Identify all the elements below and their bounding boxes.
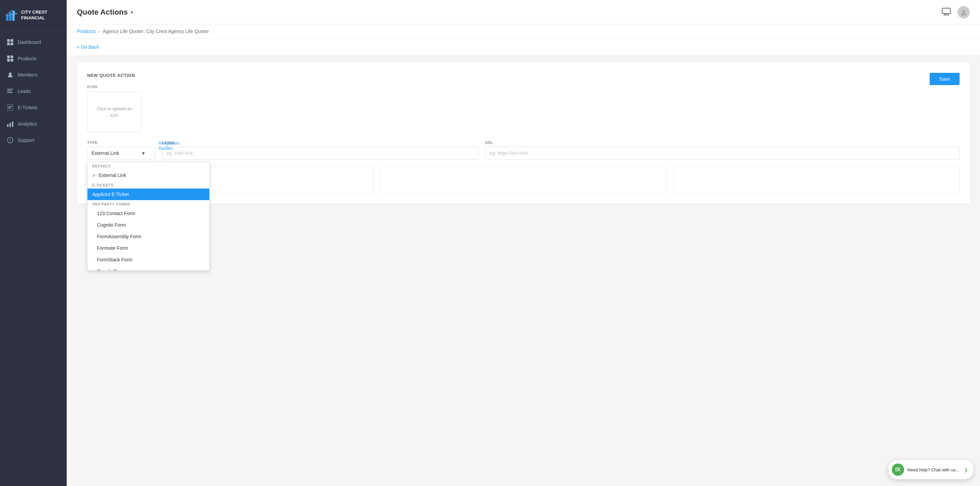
sidebar-item-analytics[interactable]: Analytics (0, 116, 67, 132)
header-right (942, 6, 970, 18)
header: Quote Actions ▾ (67, 0, 980, 24)
svg-rect-13 (7, 89, 13, 89)
products-icon (7, 55, 14, 62)
main-area: Quote Actions ▾ Products › (67, 0, 980, 486)
analytics-icon (7, 121, 14, 127)
header-left: Quote Actions ▾ (77, 8, 133, 17)
dropdown-item-formassembly[interactable]: FormAssembly Form (88, 231, 209, 242)
go-back-link[interactable]: « Go Back (77, 44, 99, 50)
svg-rect-1 (9, 13, 11, 21)
svg-rect-15 (7, 92, 13, 93)
logo-icon (5, 9, 18, 21)
label-field-label: LABEL (162, 140, 479, 145)
integration-guides-link[interactable]: Integration Guides (159, 140, 179, 151)
breadcrumb-current-page: Agency Life Quoter: City Crest Agency Li… (103, 29, 209, 34)
breadcrumb: Products › Agency Life Quoter: City Cres… (67, 24, 980, 38)
url-input[interactable] (485, 147, 959, 159)
type-select[interactable]: External Link ▾ (87, 147, 155, 159)
title-dropdown-icon[interactable]: ▾ (130, 10, 133, 15)
sidebar-item-members[interactable]: Members (0, 67, 67, 83)
check-mark-icon: ✓ (92, 173, 96, 178)
label-input[interactable] (162, 147, 479, 159)
sidebar-item-label: Products (18, 56, 37, 61)
svg-rect-22 (12, 121, 13, 127)
svg-rect-21 (10, 123, 11, 127)
svg-point-29 (962, 10, 965, 13)
content-area: « Go Back NEW QUOTE ACTION Save ICON Cli… (67, 38, 980, 486)
svg-rect-17 (8, 106, 12, 107)
monitor-icon[interactable] (942, 8, 951, 17)
svg-rect-11 (11, 59, 13, 62)
icon-field: ICON Click to upload an icon (87, 85, 959, 132)
sidebar-item-label: Analytics (18, 121, 37, 127)
url-label: URL (485, 140, 959, 145)
svg-rect-0 (6, 15, 8, 21)
dropdown-item-external-link[interactable]: ✓ External Link (88, 169, 209, 181)
sidebar-item-products[interactable]: Products (0, 50, 67, 67)
svg-rect-20 (7, 124, 8, 127)
chat-label: Need help? Chat with us... (907, 467, 959, 472)
svg-rect-8 (7, 56, 10, 58)
chat-chevron-icon: ❯ (964, 467, 968, 472)
logo: CITY CREST FINANCIAL (0, 0, 67, 30)
svg-point-12 (9, 72, 11, 75)
sidebar-item-label: Leads (18, 89, 30, 94)
new-quote-action-card: NEW QUOTE ACTION Save ICON Click to uplo… (77, 63, 970, 204)
etickets-icon (7, 104, 14, 111)
sidebar-item-label: Support (18, 137, 34, 143)
sidebar-item-label: Dashboard (18, 40, 41, 45)
sidebar-item-dashboard[interactable]: Dashboard (0, 34, 67, 50)
dropdown-item-formstack[interactable]: FormStack Form (88, 254, 209, 266)
go-back-bar: « Go Back (67, 38, 980, 56)
select-chevron-icon: ▾ (142, 150, 145, 156)
svg-rect-25 (942, 8, 950, 14)
dropdown-item-123contact[interactable]: 123 Contact Form (88, 207, 209, 219)
dashboard-icon (7, 39, 14, 46)
svg-rect-14 (7, 91, 12, 91)
label-field: LABEL (162, 140, 479, 159)
chat-widget[interactable]: IX Need help? Chat with us... ❯ (888, 460, 973, 479)
dropdown-item-cognito[interactable]: Cognito Form (88, 219, 209, 231)
svg-rect-6 (7, 43, 10, 45)
dropdown-group-default: Default (88, 162, 209, 169)
svg-rect-19 (8, 108, 11, 109)
mini-card-2 (380, 166, 666, 194)
svg-rect-4 (7, 39, 10, 42)
icon-label: ICON (87, 85, 959, 89)
type-select-wrapper: External Link ▾ Default ✓ External Link (87, 147, 155, 159)
icon-upload-area[interactable]: Click to upload an icon (87, 92, 142, 132)
selected-value: External Link (92, 150, 119, 156)
sidebar-item-label: E-Tickets (18, 105, 37, 110)
form-title: NEW QUOTE ACTION (87, 73, 959, 78)
sidebar-item-leads[interactable]: Leads (0, 83, 67, 99)
dropdown-item-applicint[interactable]: Applicint E-Ticket (88, 188, 209, 200)
bottom-cards-row (87, 166, 959, 194)
dropdown-item-formsite[interactable]: Formsite Form (88, 242, 209, 254)
breadcrumb-separator: › (98, 29, 100, 34)
svg-rect-18 (8, 107, 11, 108)
svg-rect-5 (11, 39, 13, 42)
user-avatar[interactable] (958, 6, 970, 18)
dropdown-item-google[interactable]: Google Form (88, 266, 209, 271)
breadcrumb-products-link[interactable]: Products (77, 29, 95, 34)
chat-icon: IX (892, 464, 904, 476)
type-field: TYPE External Link ▾ Default ✓ (87, 140, 155, 159)
sidebar-item-support[interactable]: i Support (0, 132, 67, 148)
form-fields-row: TYPE External Link ▾ Default ✓ (87, 140, 959, 159)
members-icon (7, 72, 14, 78)
sidebar-item-label: Members (18, 72, 37, 78)
svg-rect-9 (11, 56, 13, 58)
save-button[interactable]: Save (930, 73, 959, 85)
leads-icon (7, 88, 14, 95)
svg-text:i: i (10, 139, 11, 142)
dropdown-group-etickets: E-Tickets (88, 181, 209, 188)
type-dropdown-menu: Default ✓ External Link E-Tickets Applic… (87, 162, 210, 271)
brand-name: CITY CREST FINANCIAL (21, 10, 47, 21)
url-field: URL (485, 140, 959, 159)
main-nav: Dashboard Products Members Leads (0, 30, 67, 486)
sidebar-item-etickets[interactable]: E-Tickets (0, 99, 67, 116)
sidebar: CITY CREST FINANCIAL Dashboard Products … (0, 0, 67, 486)
mini-card-3 (673, 166, 959, 194)
support-icon: i (7, 137, 14, 143)
dropdown-group-3rdparty: 3rd Party Forms (88, 200, 209, 207)
